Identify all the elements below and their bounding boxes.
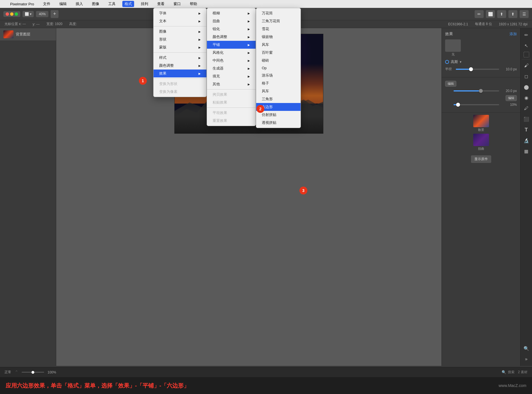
menubar-arrange[interactable]: 排列 — [139, 1, 150, 7]
opacity-slider-row: 10% — [445, 103, 517, 107]
clone-tool-icon[interactable]: ◉ — [522, 93, 531, 102]
menubar-view[interactable]: 查看 — [155, 1, 167, 7]
watermark: www.MacZ.com — [499, 383, 526, 388]
format-menu-effects[interactable]: 效果▶ — [154, 70, 206, 77]
effects-midtone[interactable]: 中间色▶ — [207, 57, 256, 64]
pen-tool-icon[interactable]: 🖊 — [522, 104, 531, 113]
tile-triangle[interactable]: 三角形 — [256, 95, 301, 103]
tile-perspective[interactable]: 透视拼贴 — [256, 119, 301, 127]
distort-thumbnail — [473, 134, 489, 146]
tile-windmill[interactable]: 风车 — [256, 87, 301, 95]
menubar-tools[interactable]: 工具 — [106, 1, 118, 7]
second-fill — [454, 90, 481, 91]
effects-flatten: 平坦效果 — [207, 109, 256, 117]
crop-icon[interactable]: ⬜ — [486, 10, 495, 18]
effects-tile[interactable]: 平铺▶ — [207, 41, 256, 49]
window-close[interactable] — [3, 11, 20, 17]
bokeh-label: 散景 — [473, 128, 489, 132]
effects-sharpen[interactable]: 锐化▶ — [207, 25, 256, 33]
tile-grid[interactable]: 格子 — [256, 79, 301, 87]
edit-badge-2[interactable]: 编辑 — [506, 95, 517, 101]
select-rect-icon[interactable] — [524, 52, 529, 57]
effects-color[interactable]: 颜色调整▶ — [207, 33, 256, 41]
zoom-thumb — [31, 371, 34, 374]
radius-value: 10.0 px — [501, 67, 517, 71]
effects-blur[interactable]: 模糊▶ — [207, 9, 256, 17]
menubar-file[interactable]: 文件 — [41, 1, 53, 7]
expand-icon[interactable]: » — [522, 355, 531, 364]
radius-slider[interactable] — [456, 69, 499, 70]
effects-section: 效果 添加 无 高斯 ▾ 半径 — [442, 28, 520, 77]
menubar-window[interactable]: 窗口 — [171, 1, 183, 7]
tile-op[interactable]: Op — [256, 64, 301, 71]
effects-fill[interactable]: 填充▶ — [207, 72, 256, 80]
format-menu-image[interactable]: 图像▶ — [154, 28, 206, 35]
tile-blinds[interactable]: 百叶窗 — [256, 49, 301, 57]
export-icon[interactable]: ⬆ — [497, 10, 506, 18]
layer-item[interactable]: 背景图层 — [0, 28, 56, 41]
menubar-insert[interactable]: 插入 — [73, 1, 85, 7]
tile-kaleidoscope[interactable]: 万花筒 — [256, 9, 301, 17]
format-menu-font[interactable]: 字体▶ — [154, 9, 206, 17]
heal-tool-icon[interactable]: ⬤ — [522, 82, 531, 91]
bokeh-thumbnail — [473, 115, 489, 127]
gaussian-header: 高斯 ▾ — [445, 59, 517, 64]
tile-playground[interactable]: 游乐场 — [256, 71, 301, 79]
format-menu-shape[interactable]: 形状▶ — [154, 35, 206, 43]
tile-snowflake[interactable]: 雪花 — [256, 25, 301, 33]
text-tool-icon[interactable]: T — [522, 125, 531, 134]
opacity-slider[interactable] — [454, 104, 499, 105]
search-label: 搜索 — [508, 370, 515, 375]
effects-generator[interactable]: 生成器▶ — [207, 64, 256, 72]
color-picker-icon[interactable]: 🔬 — [522, 136, 531, 145]
show-original-button[interactable]: 显示原件 — [471, 155, 491, 163]
effects-stylize[interactable]: 风格化▶ — [207, 49, 256, 57]
format-menu-text[interactable]: 文本▶ — [154, 17, 206, 25]
menubar-help[interactable]: 帮助 — [188, 1, 199, 7]
menu-sep-2 — [154, 52, 206, 53]
distort-label: 扭曲 — [473, 147, 489, 151]
fill-tool-icon[interactable]: ▦ — [522, 147, 531, 156]
format-menu-color[interactable]: 颜色调整▶ — [154, 62, 206, 70]
right-panel: 效果 添加 无 高斯 ▾ 半径 — [441, 28, 520, 366]
zoom-display[interactable]: 40% — [36, 11, 48, 17]
paint-tool-icon[interactable]: 🖌 — [522, 61, 531, 70]
effects-add-button[interactable]: 添加 — [510, 32, 517, 37]
view-toggle[interactable]: ⬜ ▾ — [22, 11, 34, 17]
erase-tool-icon[interactable]: ◻ — [522, 72, 531, 81]
menubar-pixelmator[interactable]: Pixelmator Pro — [8, 1, 36, 7]
effects-copy: 拷贝效果 — [207, 91, 256, 98]
adjust-icon[interactable]: ☰ — [520, 10, 529, 18]
radius-thumb[interactable] — [469, 67, 473, 71]
effects-other[interactable]: 其他▶ — [207, 80, 256, 88]
menubar-edit[interactable]: 编辑 — [57, 1, 69, 7]
add-layer-button[interactable]: + — [51, 10, 58, 18]
menubar-image[interactable]: 图像 — [90, 1, 102, 7]
edit-badge[interactable]: 编辑 — [445, 81, 456, 87]
second-effect-section: 编辑 20.0 px 编辑 10% — [442, 77, 520, 113]
menubar-format[interactable]: 格式 — [122, 1, 134, 7]
second-slider[interactable] — [454, 90, 499, 91]
bit-depth: 每通道 8 位 — [475, 22, 492, 26]
step-badge-3: 3 — [299, 187, 307, 194]
format-dropdown: 字体▶ 文本▶ 图像▶ 形状▶ 蒙版▶ 样式▶ 颜色调整▶ 效果▶ 变换为形状 … — [153, 8, 207, 97]
second-thumb[interactable] — [479, 89, 483, 93]
tile-pinwheel[interactable]: 风车 — [256, 41, 301, 49]
brush-tool-icon[interactable]: ✏ — [522, 30, 531, 39]
zoom-slider[interactable] — [22, 372, 44, 373]
search-icon[interactable]: 🔍 — [522, 344, 531, 353]
tile-brick[interactable]: 砌砖 — [256, 57, 301, 64]
tile-inlay[interactable]: 镶嵌物 — [256, 33, 301, 41]
tile-triangle-kaleidoscope[interactable]: 三角万花筒 — [256, 17, 301, 25]
select-tool-icon[interactable]: ↖ — [522, 41, 531, 50]
opacity-thumb[interactable] — [456, 103, 460, 107]
shape-tool-icon[interactable]: ⬛ — [522, 115, 531, 124]
zoom-value: 100% — [48, 370, 56, 374]
tile-affine[interactable]: 仿射拼贴 — [256, 111, 301, 119]
pen-icon[interactable]: ✏ — [475, 10, 484, 18]
gaussian-circle-icon — [445, 60, 449, 64]
format-menu-mask[interactable]: 蒙版▶ — [154, 43, 206, 51]
effects-distort[interactable]: 扭曲▶ — [207, 17, 256, 25]
share-icon[interactable]: ⬆ — [508, 10, 517, 18]
format-menu-style[interactable]: 样式▶ — [154, 54, 206, 62]
